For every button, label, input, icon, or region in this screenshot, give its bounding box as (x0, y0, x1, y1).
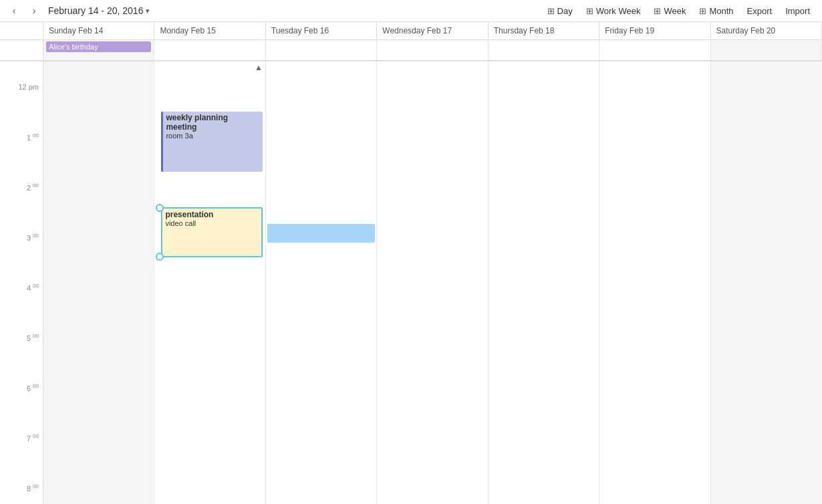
drag-handle-bottom[interactable] (156, 253, 164, 261)
export-button[interactable]: Export (740, 0, 779, 22)
day-header-sunday[interactable]: Sunday Feb 14 (43, 22, 154, 39)
day-headers-row: Sunday Feb 14 Monday Feb 15 Tuesday Feb … (0, 22, 822, 40)
date-dropdown-arrow[interactable]: ▾ (146, 7, 150, 15)
day-header-thursday[interactable]: Thursday Feb 18 (489, 22, 599, 39)
prev-button[interactable]: ‹ (5, 2, 23, 19)
calendar-header: ‹ › February 14 - 20, 2016 ▾ ⊞ Day ⊞ Wor… (0, 0, 822, 22)
day-view-icon: ⊞ (547, 6, 555, 16)
week-view-icon: ⊞ (654, 6, 661, 16)
time-label-8: 8 00 (27, 483, 39, 493)
time-gutter: 12 pm 1 00 2 00 3 00 4 00 5 00 6 00 7 00… (0, 61, 43, 504)
presentation-event-subtitle: video call (165, 219, 258, 227)
allday-saturday[interactable] (711, 40, 822, 60)
day-header-friday[interactable]: Friday Feb 19 (599, 22, 710, 39)
month-view-icon: ⊞ (699, 6, 706, 16)
allday-row: Alice's birthday (0, 40, 822, 61)
time-label-4: 4 00 (27, 283, 39, 292)
view-buttons: ⊞ Day ⊞ Work Week ⊞ Week ⊞ Month Export … (541, 0, 817, 22)
calendar-body[interactable]: 12 pm 1 00 2 00 3 00 4 00 5 00 6 00 7 00… (0, 61, 822, 504)
day-column-wednesday[interactable] (377, 61, 488, 504)
presentation-event-title: presentation (165, 210, 258, 219)
days-grid: ▲ weekly planning meeting room 3a presen… (43, 61, 822, 504)
next-button[interactable]: › (25, 2, 43, 19)
day-column-sunday[interactable] (43, 61, 154, 504)
day-header-wednesday[interactable]: Wednesday Feb 17 (377, 22, 488, 39)
allday-monday[interactable] (154, 40, 265, 60)
planning-event-title: weekly planning meeting (166, 113, 259, 132)
week-view-button[interactable]: ⊞ Week (647, 0, 692, 22)
birthday-event[interactable]: Alice's birthday (46, 41, 151, 52)
time-label-1: 1 00 (27, 132, 39, 142)
blue-bar-event[interactable] (267, 224, 375, 243)
work-week-view-label: Work Week (596, 6, 641, 16)
work-week-view-button[interactable]: ⊞ Work Week (579, 0, 648, 22)
day-column-tuesday[interactable] (266, 61, 377, 504)
day-view-label: Day (557, 6, 573, 16)
time-label-6: 6 00 (27, 383, 39, 392)
time-label-7: 7 00 (27, 433, 39, 443)
allday-thursday[interactable] (489, 40, 599, 60)
planning-event-subtitle: room 3a (166, 132, 259, 140)
day-column-thursday[interactable] (489, 61, 599, 504)
week-view-label: Week (664, 6, 686, 16)
planning-event[interactable]: weekly planning meeting room 3a (161, 112, 262, 172)
day-header-monday[interactable]: Monday Feb 15 (154, 22, 265, 39)
day-column-saturday[interactable] (711, 61, 822, 504)
work-week-view-icon: ⊞ (586, 6, 593, 16)
month-view-button[interactable]: ⊞ Month (692, 0, 740, 22)
date-range[interactable]: February 14 - 20, 2016 (48, 5, 143, 16)
time-label-2: 2 00 (27, 182, 39, 192)
day-column-friday[interactable] (599, 61, 710, 504)
nav-buttons: ‹ › (5, 2, 43, 19)
presentation-event[interactable]: presentation video call (161, 207, 262, 257)
time-gutter-header (0, 22, 43, 39)
birthday-event-title: Alice's birthday (49, 43, 98, 51)
allday-tuesday[interactable] (266, 40, 377, 60)
allday-wednesday[interactable] (377, 40, 488, 60)
allday-friday[interactable] (599, 40, 710, 60)
allday-sunday[interactable]: Alice's birthday (43, 40, 154, 60)
time-label-5: 5 00 (27, 333, 39, 342)
time-label-12pm: 12 pm (18, 83, 39, 91)
time-label-3: 3 00 (27, 233, 39, 242)
month-view-label: Month (709, 6, 733, 16)
import-button[interactable]: Import (779, 0, 817, 22)
allday-gutter (0, 40, 43, 60)
day-column-monday[interactable]: ▲ weekly planning meeting room 3a presen… (154, 61, 265, 504)
chevron-up-icon[interactable]: ▲ (252, 61, 265, 74)
day-view-button[interactable]: ⊞ Day (541, 0, 579, 22)
day-header-tuesday[interactable]: Tuesday Feb 16 (266, 22, 377, 39)
day-header-saturday[interactable]: Saturday Feb 20 (711, 22, 822, 39)
